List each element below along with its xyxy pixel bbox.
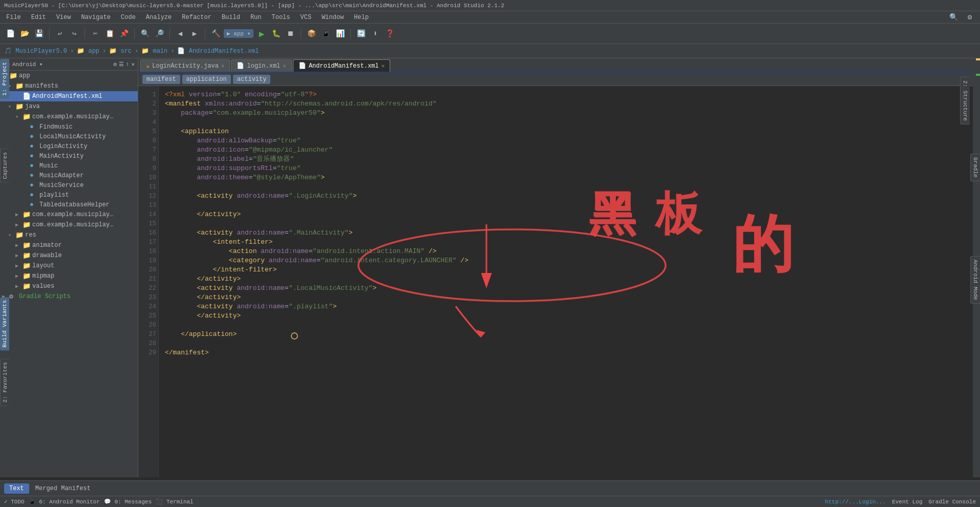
- nav-sep1: ›: [70, 48, 74, 55]
- favorites-tab[interactable]: 2: Favorites: [0, 358, 10, 406]
- sdk-btn[interactable]: 📦: [305, 28, 317, 40]
- code-content[interactable]: <?xml version="1.0" encoding="utf-8"?> <…: [159, 86, 973, 477]
- menu-tools[interactable]: Tools: [270, 13, 292, 22]
- tab-login-xml-icon: 📄: [237, 62, 244, 70]
- tree-mipmap[interactable]: ▶ 📁 mipmap: [0, 271, 138, 281]
- bc-manifest[interactable]: manifest: [142, 75, 180, 84]
- debug-btn[interactable]: 🐛: [270, 28, 282, 40]
- paste-btn[interactable]: 📌: [118, 28, 130, 40]
- status-messages[interactable]: 💬 0: Messages: [104, 498, 152, 505]
- sort-icon[interactable]: ↕: [126, 61, 130, 68]
- avd-btn[interactable]: 📱: [319, 28, 332, 40]
- find-btn[interactable]: 🔍: [139, 28, 151, 40]
- nav-manifest[interactable]: 📄 AndroidManifest.xml: [177, 47, 259, 55]
- project-vtab[interactable]: 1: Project: [0, 59, 9, 99]
- tree-loginactivity[interactable]: ● LoginActivity: [0, 141, 138, 151]
- new-file-btn[interactable]: 📄: [4, 28, 16, 40]
- redo-btn[interactable]: ↪: [68, 28, 80, 40]
- menu-refactor[interactable]: Refactor: [180, 13, 214, 22]
- menu-help[interactable]: Help: [352, 13, 371, 22]
- cut-btn[interactable]: ✂: [89, 28, 101, 40]
- tree-gradle-scripts[interactable]: ▶ ⚙ Gradle Scripts: [0, 291, 138, 302]
- back-btn[interactable]: ◀: [174, 28, 186, 40]
- menu-edit[interactable]: Edit: [29, 13, 48, 22]
- build-btn[interactable]: 🔨: [209, 28, 222, 40]
- menu-window[interactable]: Window: [319, 13, 346, 22]
- menu-view[interactable]: View: [54, 13, 73, 22]
- tree-tabledatabasehelper[interactable]: ● TabledatabaseHelper: [0, 200, 138, 209]
- sync-btn[interactable]: 🔄: [355, 28, 367, 40]
- close-panel-icon[interactable]: ✕: [131, 61, 135, 68]
- tree-localmusicactivity[interactable]: ● LocalMusicActivity: [0, 132, 138, 141]
- tree-findmusic[interactable]: ● Findmusic: [0, 122, 138, 132]
- tree-java[interactable]: ▾ 📁 java: [0, 101, 138, 112]
- bc-activity[interactable]: activity: [233, 75, 271, 84]
- tree-values[interactable]: ▶ 📁 values: [0, 281, 138, 291]
- tab-login-xml[interactable]: 📄 login.xml ✕: [231, 59, 291, 72]
- tree-package-3[interactable]: ▶ 📁 com.example.musicplayer5: [0, 220, 138, 230]
- tab-text[interactable]: Text: [4, 483, 29, 494]
- title-text: MusicPlayer50 - [C:\Users\yj\Desktop\mus…: [4, 3, 504, 9]
- save-btn[interactable]: 💾: [33, 28, 45, 40]
- tree-package-2[interactable]: ▶ 📁 com.example.musicplayer5: [0, 209, 138, 220]
- tab-loginactivity[interactable]: ☕ LoginActivity.java ✕: [140, 59, 230, 72]
- structure-tab[interactable]: 2: Structure: [960, 77, 970, 124]
- nav-src[interactable]: 📁 src: [109, 47, 132, 55]
- tree-playlist[interactable]: ● playlist: [0, 190, 138, 200]
- tree-music[interactable]: ● Music: [0, 161, 138, 171]
- tree-androidmanifest[interactable]: 📄 AndroidManifest.xml: [0, 91, 138, 101]
- stop-btn[interactable]: ⏹: [284, 28, 296, 40]
- profile-btn[interactable]: 📊: [334, 28, 346, 40]
- android-mode-tab[interactable]: Android Mode: [970, 256, 980, 304]
- tab-login-xml-close[interactable]: ✕: [283, 62, 286, 69]
- menu-code[interactable]: Code: [119, 13, 138, 22]
- app-dropdown[interactable]: ▶ app ▾: [224, 29, 253, 38]
- tree-animator[interactable]: ▶ 📁 animator: [0, 240, 138, 250]
- tab-androidmanifest-close[interactable]: ✕: [381, 62, 385, 69]
- project-dropdown[interactable]: Android ▾: [12, 61, 42, 68]
- search-button[interactable]: 🔍: [947, 11, 960, 24]
- undo-btn[interactable]: ↩: [54, 28, 66, 40]
- build-variants-tab[interactable]: Build Variants: [0, 297, 9, 350]
- find-usages-btn[interactable]: 🔎: [153, 28, 165, 40]
- run-btn[interactable]: ▶: [255, 28, 268, 40]
- download-btn[interactable]: ⬇: [369, 28, 381, 40]
- menu-analyze[interactable]: Analyze: [144, 13, 174, 22]
- sync-icon[interactable]: ⚙: [113, 61, 117, 68]
- tree-drawable[interactable]: ▶ 📁 drawable: [0, 250, 138, 261]
- menu-build[interactable]: Build: [220, 13, 242, 22]
- menu-navigate[interactable]: Navigate: [79, 13, 113, 22]
- nav-main[interactable]: 📁 main: [141, 47, 167, 55]
- tree-res[interactable]: ▾ 📁 res: [0, 230, 138, 240]
- bc-application[interactable]: application: [182, 75, 231, 84]
- tree-musicadapter[interactable]: ● MusicAdapter: [0, 171, 138, 180]
- tree-manifests[interactable]: ▾ 📁 manifests: [0, 81, 138, 91]
- open-btn[interactable]: 📂: [18, 28, 31, 40]
- forward-btn[interactable]: ▶: [188, 28, 201, 40]
- tab-loginactivity-close[interactable]: ✕: [221, 62, 225, 69]
- nav-app[interactable]: 📁 app: [77, 47, 99, 55]
- menu-run[interactable]: Run: [248, 13, 264, 22]
- menu-vcs[interactable]: VCS: [299, 13, 314, 22]
- tree-layout[interactable]: ▶ 📁 layout: [0, 261, 138, 271]
- filter-icon[interactable]: ☰: [119, 61, 124, 68]
- nav-musicplayer[interactable]: 🎵 MusicPlayer5.0: [4, 47, 67, 55]
- code-editor[interactable]: 1 2 3 4 5 6 7 8 9 10 11 12 13 14 15 16 1…: [138, 86, 973, 477]
- copy-btn[interactable]: 📋: [103, 28, 116, 40]
- status-event-log[interactable]: Event Log: [892, 499, 922, 505]
- status-gradle-console[interactable]: Gradle Console: [929, 499, 976, 505]
- tree-app[interactable]: ▾ 📁 app: [0, 71, 138, 81]
- status-todo[interactable]: ✓ TODO: [4, 498, 25, 505]
- tree-mainactivity[interactable]: ● MainActivity: [0, 151, 138, 161]
- menu-file[interactable]: File: [4, 13, 23, 22]
- tab-merged-manifest[interactable]: Merged Manifest: [30, 483, 96, 494]
- status-terminal[interactable]: ⬛ Terminal: [156, 498, 193, 505]
- captures-tab[interactable]: Captures: [0, 149, 10, 183]
- settings-icon[interactable]: ⚙: [964, 11, 976, 24]
- tab-androidmanifest[interactable]: 📄 AndroidManifest.xml ✕: [293, 59, 390, 72]
- help-btn[interactable]: ❓: [384, 28, 396, 40]
- gradle-tab[interactable]: Gradle: [970, 154, 980, 181]
- tree-package-main[interactable]: ▾ 📁 com.example.musicplayer5: [0, 112, 138, 122]
- status-android-monitor[interactable]: 📱 6: Android Monitor: [29, 498, 100, 505]
- tree-musicservice[interactable]: ● MusicService: [0, 180, 138, 190]
